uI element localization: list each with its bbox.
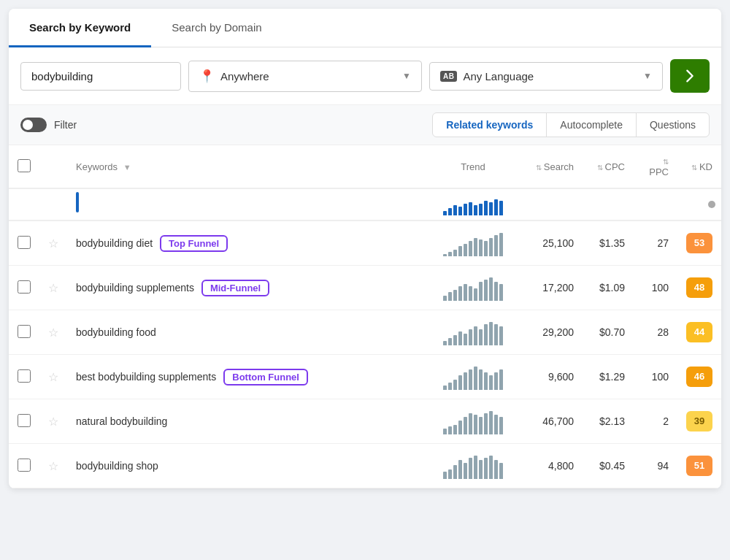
row-ppc-cell: 28 — [634, 310, 677, 355]
row-checkbox[interactable] — [18, 236, 31, 249]
row-keyword-cell: bodybuilding shop — [67, 444, 429, 488]
trend-chart — [438, 275, 508, 301]
row-search-cell: 25,100 — [517, 220, 583, 266]
keyword-text: bodybuilding shop — [76, 460, 158, 472]
keywords-table: Keywords ▼ Trend ⇅ Search ⇅ CPC ⇅ PPC ⇅ … — [9, 145, 721, 488]
keyword-input[interactable] — [20, 62, 181, 91]
language-label: Any Language — [463, 70, 637, 83]
star-icon[interactable]: ☆ — [48, 282, 58, 294]
row-ppc-cell: 94 — [634, 444, 677, 488]
row-kd-cell: 39 — [677, 399, 721, 444]
star-icon[interactable]: ☆ — [48, 326, 58, 339]
language-chevron-icon: ▼ — [643, 71, 652, 81]
search-button[interactable] — [670, 59, 710, 93]
th-search[interactable]: ⇅ Search — [517, 145, 583, 188]
row-trend-cell — [429, 310, 517, 355]
row-star-cell: ☆ — [39, 266, 67, 310]
language-dropdown[interactable]: AB Any Language ▼ — [429, 62, 663, 91]
header-trend-bar-row — [9, 188, 721, 220]
row-checkbox-cell — [9, 399, 39, 444]
row-search-cell: 29,200 — [517, 310, 583, 355]
th-star — [39, 145, 67, 188]
location-icon: 📍 — [199, 69, 215, 84]
scroll-indicator — [708, 201, 715, 208]
table-row: ☆ bodybuilding diet Top Funnel 25,100 $1… — [9, 220, 721, 266]
row-checkbox-cell — [9, 444, 39, 488]
row-keyword-cell: bodybuilding food — [67, 310, 429, 355]
kd-badge: 44 — [686, 322, 712, 342]
sort-icon: ▼ — [123, 163, 131, 172]
th-cpc[interactable]: ⇅ CPC — [583, 145, 634, 188]
row-checkbox[interactable] — [18, 414, 31, 427]
row-ppc-cell: 27 — [634, 220, 677, 266]
kd-badge: 39 — [686, 411, 712, 431]
row-star-cell: ☆ — [39, 355, 67, 399]
table-row: ☆ bodybuilding supplements Mid-Funnel 17… — [9, 266, 721, 310]
row-star-cell: ☆ — [39, 444, 67, 488]
trend-chart — [438, 453, 508, 479]
tab-related-keywords[interactable]: Related keywords — [433, 113, 547, 137]
row-cpc-cell: $0.45 — [583, 444, 634, 488]
row-checkbox-cell — [9, 266, 39, 310]
row-kd-cell: 44 — [677, 310, 721, 355]
table-header-row: Keywords ▼ Trend ⇅ Search ⇅ CPC ⇅ PPC ⇅ … — [9, 145, 721, 188]
table-container: Keywords ▼ Trend ⇅ Search ⇅ CPC ⇅ PPC ⇅ … — [9, 145, 721, 488]
th-kd[interactable]: ⇅ KD — [677, 145, 721, 188]
filter-toggle[interactable]: Filter — [20, 118, 77, 132]
row-cpc-cell: $0.70 — [583, 310, 634, 355]
kd-badge: 53 — [686, 233, 712, 253]
trend-chart — [438, 319, 508, 345]
tab-search-keyword[interactable]: Search by Keyword — [9, 9, 151, 47]
row-ppc-cell: 100 — [634, 266, 677, 310]
table-row: ☆ natural bodybuilding 46,700 $2.13 2 39 — [9, 399, 721, 444]
row-trend-cell — [429, 355, 517, 399]
tab-questions[interactable]: Questions — [637, 113, 709, 137]
keyword-text: best bodybuilding supplements — [76, 371, 216, 383]
filter-toggle-switch[interactable] — [20, 118, 47, 132]
search-row: 📍 Anywhere ▼ AB Any Language ▼ — [9, 47, 721, 104]
th-keywords[interactable]: Keywords ▼ — [67, 145, 429, 188]
tabs-row: Search by Keyword Search by Domain — [9, 9, 721, 47]
location-dropdown[interactable]: 📍 Anywhere ▼ — [188, 61, 422, 92]
kd-badge: 51 — [686, 456, 712, 476]
row-cpc-cell: $1.09 — [583, 266, 634, 310]
table-body: ☆ bodybuilding diet Top Funnel 25,100 $1… — [9, 220, 721, 488]
keyword-text: natural bodybuilding — [76, 415, 167, 427]
row-cpc-cell: $2.13 — [583, 399, 634, 444]
row-search-cell: 46,700 — [517, 399, 583, 444]
kd-badge: 48 — [686, 277, 712, 298]
location-label: Anywhere — [220, 70, 396, 83]
star-icon[interactable]: ☆ — [48, 237, 58, 250]
row-checkbox[interactable] — [18, 280, 31, 294]
row-checkbox[interactable] — [18, 459, 31, 472]
row-ppc-cell: 2 — [634, 399, 677, 444]
row-trend-cell — [429, 399, 517, 444]
kd-badge: 46 — [686, 367, 712, 387]
row-trend-cell — [429, 220, 517, 266]
results-tab-group: Related keywords Autocomplete Questions — [432, 112, 710, 137]
language-icon: AB — [440, 71, 457, 82]
tab-search-domain[interactable]: Search by Domain — [151, 9, 282, 47]
row-checkbox[interactable] — [18, 325, 31, 338]
keyword-text: bodybuilding supplements — [76, 282, 194, 294]
select-all-checkbox[interactable] — [18, 159, 31, 172]
trend-chart — [438, 408, 508, 434]
tab-autocomplete[interactable]: Autocomplete — [547, 113, 637, 137]
keyword-text: bodybuilding diet — [76, 237, 153, 249]
filter-label: Filter — [54, 119, 77, 131]
star-icon[interactable]: ☆ — [48, 371, 58, 383]
row-star-cell: ☆ — [39, 399, 67, 444]
star-icon[interactable]: ☆ — [48, 415, 58, 428]
row-search-cell: 4,800 — [517, 444, 583, 488]
header-trend-chart — [438, 189, 508, 215]
star-icon[interactable]: ☆ — [48, 460, 58, 472]
location-chevron-icon: ▼ — [402, 71, 411, 81]
row-keyword-cell: natural bodybuilding — [67, 399, 429, 444]
row-search-cell: 9,600 — [517, 355, 583, 399]
row-cpc-cell: $1.35 — [583, 220, 634, 266]
row-checkbox[interactable] — [18, 369, 31, 383]
arrow-right-icon — [682, 68, 698, 84]
th-ppc[interactable]: ⇅ PPC — [634, 145, 677, 188]
row-trend-cell — [429, 444, 517, 488]
keyword-text: bodybuilding food — [76, 326, 156, 338]
